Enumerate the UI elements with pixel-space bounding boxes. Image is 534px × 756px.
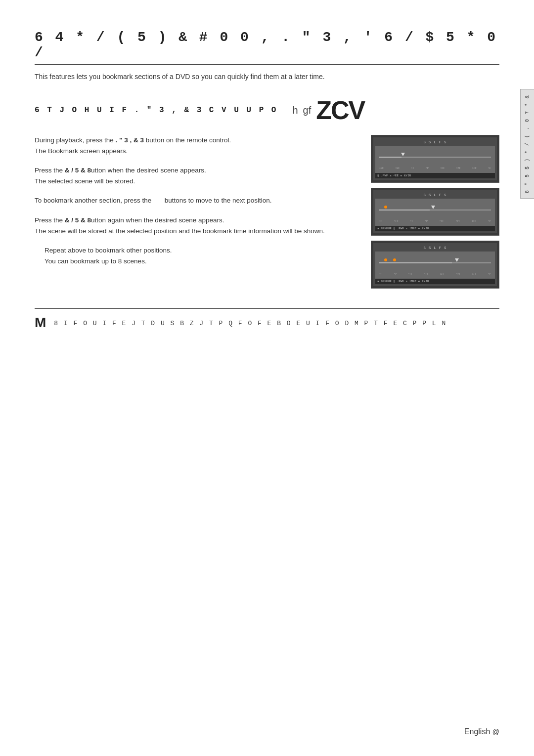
footer-at: @	[492, 728, 499, 736]
tick: 1FF	[472, 273, 477, 276]
left-content: During playback, press the . " 3 , & 3 b…	[35, 135, 361, 289]
screen-progress-line-3	[379, 262, 491, 263]
tick: ^EF	[379, 167, 384, 170]
tick: ^F	[411, 167, 414, 170]
section-header-row: 6 T J O H U I F . " 3 , & 3 C V U U P O …	[35, 95, 499, 125]
screen-cursor-2	[431, 206, 435, 209]
instruction-block-4: Press the & / 5 & 8utton again when the …	[35, 215, 361, 236]
instruction-text-4: Press the & / 5 & 8utton again when the …	[35, 215, 361, 236]
tick: ^PF	[456, 273, 460, 276]
indent-text-2: You can bookmark up to 8 scenes.	[44, 256, 361, 267]
section-header-icons: h gf ZCV	[292, 95, 364, 125]
side-tab: 8 " 5 $ ) * / ( . 0 7 * &	[520, 89, 534, 199]
instruction-block-1: During playback, press the . " 3 , & 3 b…	[35, 135, 361, 156]
main-title: 6 4 * / ( 5 ) & # 0 0 , . " 3 , ' 6 / $ …	[35, 30, 499, 60]
screen-bottom-text-3: a %FMFUF § .PWF s 1MBZ e &YJU	[377, 280, 429, 283]
screen-bottom-text-2: a %FMFUF § .PWF s 1MBZ e &YJU	[377, 227, 429, 230]
tick: 1FF	[472, 220, 476, 223]
footer-text: English	[464, 727, 490, 736]
title-divider	[35, 64, 499, 65]
indent-text-1: Repeat above to bookmark other positions…	[44, 245, 361, 256]
indent-block: Repeat above to bookmark other positions…	[44, 245, 361, 266]
bookmark-dot-3a	[384, 258, 387, 261]
tick: ^P	[488, 273, 491, 276]
screen-bottom-text-1: § .PWF s ^EE e &YJU	[377, 174, 411, 177]
tick: ^P	[394, 273, 397, 276]
screen-cursor-1	[401, 153, 405, 156]
dvd-screen-3: B S L F S ^P ^P ^FF ^PF	[371, 241, 499, 289]
tick-marks-2: ^P ^FF ^F ^P ^FF ^PF 1FF ^P	[379, 220, 491, 223]
icon-small2: gf	[303, 105, 312, 116]
tick: 1FF	[440, 273, 445, 276]
tick-marks-3: ^P ^P ^FF ^PF 1FF ^PF 1FF ^P	[379, 273, 491, 276]
note-text: 8 I F O U I F E J T D U S B Z J T P Q F …	[54, 315, 446, 329]
tick: ^F	[488, 167, 491, 170]
icon-small1: h	[292, 105, 298, 116]
instruction-text-1: During playback, press the . " 3 , & 3 b…	[35, 135, 361, 156]
instruction-text-2: Press the & / 5 & 8utton when the desire…	[35, 165, 361, 186]
tick: ^PF	[456, 220, 460, 223]
bottom-note: M 8 I F O U I F E J T D U S B Z J T P Q …	[35, 308, 499, 331]
tick: ^P	[426, 167, 429, 170]
screen-content-1: ^EF ^GF ^F ^P ^FF ^PF 1FF ^F	[375, 146, 495, 173]
tick: ^P	[488, 220, 491, 223]
tick: 1FF	[472, 167, 477, 170]
screen-progress-line-1	[379, 157, 491, 158]
footer: English @	[464, 727, 499, 736]
screen-progress-line-2	[379, 210, 491, 210]
dvd-screen-inner-3: B S L F S ^P ^P ^FF ^PF	[373, 243, 497, 286]
tick: ^P	[425, 220, 428, 223]
tick: ^FF	[440, 220, 444, 223]
content-area: During playback, press the . " 3 , & 3 b…	[35, 135, 499, 289]
section-header-title: 6 T J O H U I F . " 3 , & 3 C V U U P O	[35, 106, 277, 115]
right-content: B S L F S ^EF ^GF ^F ^P ^FF ^PF	[371, 135, 499, 289]
screen-label-2: B S L F S	[375, 193, 495, 197]
screen-label-3: B S L F S	[375, 246, 495, 250]
bookmark-dot-2	[384, 206, 387, 209]
tick: ^FF	[408, 273, 413, 276]
instruction-text-3: To bookmark another section, press the b…	[35, 195, 361, 206]
tick: ^P	[379, 220, 382, 223]
icon-large: ZCV	[316, 95, 364, 125]
progress-fill-2	[379, 210, 430, 210]
screen-cursor-3	[455, 258, 459, 262]
tick-marks-1: ^EF ^GF ^F ^P ^FF ^PF 1FF ^F	[379, 167, 491, 170]
screen-label-1: B S L F S	[375, 140, 495, 144]
page-container: 6 4 * / ( 5 ) & # 0 0 , . " 3 , ' 6 / $ …	[0, 0, 534, 756]
screen-bottom-3: a %FMFUF § .PWF s 1MBZ e &YJU	[375, 279, 495, 284]
tick: ^PF	[456, 167, 460, 170]
screen-content-2: ^P ^FF ^F ^P ^FF ^PF 1FF ^P	[375, 199, 495, 226]
screen-content-3: ^P ^P ^FF ^PF 1FF ^PF 1FF ^P	[375, 252, 495, 279]
screen-bottom-1: § .PWF s ^EE e &YJU	[375, 173, 495, 178]
tick: ^F	[410, 220, 413, 223]
instruction-block-3: To bookmark another section, press the b…	[35, 195, 361, 206]
tick: ^FF	[394, 220, 399, 223]
note-icon: M	[35, 315, 46, 331]
instruction-block-2: Press the & / 5 & 8utton when the desire…	[35, 165, 361, 186]
side-tab-text: 8 " 5 $ ) * / ( . 0 7 * &	[525, 94, 530, 193]
tick: ^GF	[395, 167, 400, 170]
dvd-screen-1: B S L F S ^EF ^GF ^F ^P ^FF ^PF	[371, 135, 499, 183]
progress-fill-1	[379, 157, 401, 158]
tick: ^PF	[424, 273, 429, 276]
progress-fill-3	[379, 262, 452, 263]
tick: ^FF	[440, 167, 445, 170]
dvd-screen-inner-1: B S L F S ^EF ^GF ^F ^P ^FF ^PF	[373, 137, 497, 180]
screen-bottom-2: a %FMFUF § .PWF s 1MBZ e &YJU	[375, 226, 495, 231]
dvd-screen-inner-2: B S L F S ^P ^FF ^F ^P ^FF	[373, 190, 497, 233]
dvd-screen-2: B S L F S ^P ^FF ^F ^P ^FF	[371, 188, 499, 236]
tick: ^P	[379, 273, 382, 276]
subtitle-desc: This features lets you bookmark sections…	[35, 73, 499, 81]
bookmark-dot-3b	[393, 258, 396, 261]
